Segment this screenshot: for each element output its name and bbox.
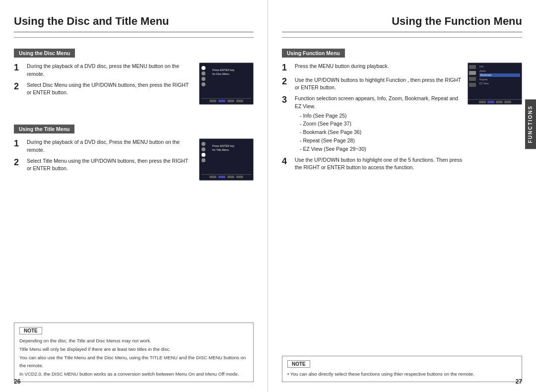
func-dvd-btn-3 [496,101,503,103]
right-divider [282,37,522,38]
func-step-4-number: 4 [282,156,293,167]
left-note-section: NOTE Depending on the disc, the Title an… [14,323,254,382]
side-tab: FUNCTIONS [525,99,536,149]
sub-item-bookmark: Bookmark (See Page 36) [300,128,463,136]
right-note-header: NOTE [287,360,310,368]
right-column: Using the Function Menu Using Function M… [268,0,536,392]
title-icon-circle-2 [201,147,205,151]
func-step-2: 2 Use the UP/DOWN buttons to highlight F… [282,76,463,92]
title-icon-row-3 [201,153,211,157]
left-note-item-2: Title Menu will only be displayed if the… [19,345,248,353]
disc-menu-steps: 1 During the playback of a DVD disc, pre… [14,63,194,100]
dvd-btn-1 [209,100,216,102]
right-page-title: Using the Function Menu [282,15,522,32]
disc-icon-row-1 [201,66,211,70]
disc-step-2: 2 Select Disc Menu using the UP/DOWN but… [14,81,194,97]
function-screen-icons [468,63,478,99]
left-note-header: NOTE [19,327,42,334]
disc-icon-circle-3 [201,77,205,81]
func-dvd-btn-1 [479,101,486,103]
page-number-left: 26 [14,378,20,385]
title-screen-text: Press ENTER keyfor Title Menu [211,141,251,174]
disc-menu-section: Using the Disc Menu 1 During the playbac… [14,45,254,105]
title-step-1-number: 1 [14,138,25,149]
title-dvd-btn-2 [218,176,225,178]
menu-icon-4 [469,83,476,87]
title-menu-screen: Press ENTER keyfor Title Menu [199,138,254,181]
disc-step-1-number: 1 [14,63,25,73]
page-container: Using the Disc and Title Menu Using the … [0,0,536,392]
dvd-btn-4 [236,100,243,102]
function-menu-screen: Info Zoom Bookmark Repeat EZ View [468,63,522,105]
disc-icon-circle-4 [201,82,205,86]
sub-item-ezview: EZ View (See Page 29~30) [300,145,463,153]
title-menu-steps: 1 During the playback of a DVD disc, Pre… [14,138,194,176]
disc-icon-row-2 [201,71,211,75]
disc-screen-text: Press ENTER keyfor Disc Menu [211,65,251,98]
right-note-section: NOTE • You can also directly select thes… [282,356,522,382]
title-icon-circle-4 [201,158,205,162]
function-screen-bottom [468,99,522,104]
left-page-title: Using the Disc and Title Menu [14,15,254,32]
func-step-1: 1 Press the MENU button during playback. [282,63,463,73]
disc-menu-header: Using the Disc Menu [14,49,75,58]
func-dvd-btn-2 [487,101,494,103]
left-note-item-1: Depending on the disc, the Title and Dis… [19,337,248,344]
function-menu-header: Using Function Menu [282,49,345,58]
disc-step-1: 1 During the playback of a DVD disc, pre… [14,63,194,78]
right-note-text: • You can also directly select these fun… [287,370,517,378]
function-menu-content: 1 Press the MENU button during playback.… [282,63,522,175]
disc-step-1-text: During the playback of a DVD disc, press… [27,63,194,78]
sub-item-repeat: Repeat (See Page 28) [300,136,463,145]
title-icon-circle-1 [201,142,205,146]
func-step-3-text: Function selection screen appears, Info,… [295,95,463,111]
func-step-2-text: Use the UP/DOWN buttons to highlight Fun… [295,76,463,92]
left-column: Using the Disc and Title Menu Using the … [0,0,268,392]
title-icon-row-2 [201,147,211,151]
disc-icon-circle-2 [201,71,205,75]
menu-icon-3 [469,77,476,81]
disc-menu-content: 1 During the playback of a DVD disc, pre… [14,63,254,105]
func-step-3-content: Function selection screen appears, Info,… [295,95,463,153]
title-menu-header: Using the Title Menu [14,125,74,133]
function-menu-section: Using Function Menu 1 Press the MENU but… [282,45,522,175]
title-step-2-number: 2 [14,157,25,168]
title-icon-row-1 [201,142,211,146]
title-menu-section: Using the Title Menu 1 During the playba… [14,121,254,181]
func-step-2-number: 2 [282,76,293,87]
disc-icon-row-3 [201,77,211,81]
menu-item-ezview: EZ View [479,82,520,85]
function-steps-area: 1 Press the MENU button during playback.… [282,63,463,175]
disc-screen-prompt: Press ENTER keyfor Disc Menu [212,68,251,76]
left-note-item-3: You can also use the Title Menu and the … [19,354,248,369]
menu-icon-1 [469,65,476,69]
menu-item-zoom: Zoom [479,69,520,73]
menu-icon-2 [469,71,476,75]
title-screen-inner: Press ENTER keyfor Title Menu [200,139,253,180]
title-icon-circle-3 [201,153,205,157]
disc-screen-icons [201,65,211,83]
title-step-2-text: Select Title Menu using the UP/DOWN butt… [27,157,194,173]
title-menu-content: 1 During the playback of a DVD disc, Pre… [14,138,254,181]
title-icon-row-4 [201,158,211,162]
function-screen-top: Info Zoom Bookmark Repeat EZ View [468,63,522,99]
disc-icon-circle-1 [201,66,205,70]
func-step-3: 3 Function selection screen appears, Inf… [282,95,463,153]
disc-step-2-text: Select Disc Menu using the UP/DOWN butto… [27,81,194,97]
sub-item-zoom: Zoom (See Page 37) [300,120,463,128]
func-step-3-sublist: Info (See Page 25) Zoom (See Page 37) Bo… [295,112,463,153]
title-step-2: 2 Select Title Menu using the UP/DOWN bu… [14,157,194,173]
disc-icon-row-4 [201,82,211,86]
title-screen-prompt: Press ENTER keyfor Title Menu [212,144,251,152]
left-divider [14,37,254,38]
func-step-4: 4 Use the UP/DOWN button to highlight on… [282,156,463,172]
func-step-4-text: Use the UP/DOWN button to highlight one … [295,156,463,172]
title-step-1-text: During the playback of a DVD disc, Press… [27,138,194,154]
disc-menu-screen: Press ENTER keyfor Disc Menu [199,63,254,105]
title-dvd-btn-1 [209,176,216,178]
func-step-1-number: 1 [282,63,293,73]
sub-item-info: Info (See Page 25) [300,112,463,120]
title-screen-bottom [201,174,251,178]
func-dvd-btn-4 [504,101,511,103]
menu-item-repeat: Repeat [479,78,520,81]
